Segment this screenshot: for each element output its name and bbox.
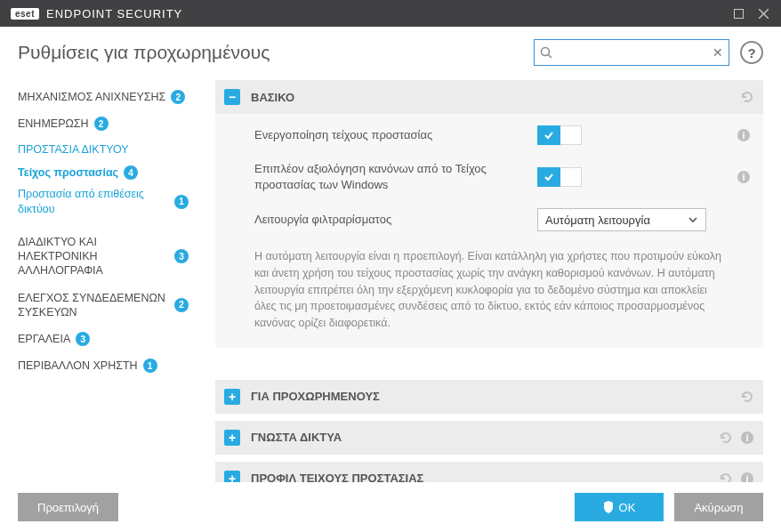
sidebar-badge: 3 <box>76 332 90 346</box>
sidebar-badge: 4 <box>124 165 138 180</box>
sidebar-badge: 3 <box>174 249 189 263</box>
row-label: Ενεργοποίηση τείχους προστασίας <box>254 127 527 143</box>
default-button[interactable]: Προεπιλογή <box>18 493 118 521</box>
panel-known-networks-head[interactable]: + ΓΝΩΣΤΑ ΔΙΚΤΥΑ i <box>215 421 763 455</box>
info-icon[interactable]: i <box>737 170 751 184</box>
help-button[interactable]: ? <box>740 41 763 64</box>
sidebar-item-ui[interactable]: ΠΕΡΙΒΑΛΛΟΝ ΧΡΗΣΤΗ 1 <box>18 352 212 379</box>
expand-icon[interactable]: + <box>224 389 240 405</box>
product-name: ENDPOINT SECURITY <box>46 7 182 20</box>
row-label: Λειτουργία φιλτραρίσματος <box>254 212 527 228</box>
expand-icon[interactable]: + <box>224 430 240 446</box>
panel-basic: − ΒΑΣΙΚΟ Ενεργοποίηση τείχους προστασίας <box>215 80 763 348</box>
sidebar-item-firewall[interactable]: Τείχος προστασίας 4 <box>18 162 212 183</box>
search-input[interactable] <box>558 46 707 60</box>
revert-icon[interactable] <box>740 90 754 104</box>
search-clear-icon[interactable]: ✕ <box>713 45 723 60</box>
content: − ΒΑΣΙΚΟ Ενεργοποίηση τείχους προστασίας <box>212 78 781 521</box>
panel-title: ΓΝΩΣΤΑ ΔΙΚΤΥΑ <box>251 431 708 444</box>
sidebar-badge: 2 <box>171 90 185 104</box>
sidebar-item-tools[interactable]: ΕΡΓΑΛΕΙΑ 3 <box>18 326 212 352</box>
row-label: Επιπλέον αξιολόγηση κανόνων από το Τείχο… <box>254 161 527 192</box>
sidebar-badge: 1 <box>143 359 157 373</box>
sidebar-item-label: ΠΕΡΙΒΑΛΛΟΝ ΧΡΗΣΤΗ <box>18 359 138 372</box>
sidebar-item-label: ΔΙΑΔΙΚΤΥΟ ΚΑΙ ΗΛΕΚΤΡΟΝΙΚΗ ΑΛΛΗΛΟΓΡΑΦΙΑ <box>18 235 169 278</box>
titlebar: eset ENDPOINT SECURITY <box>0 0 781 27</box>
filtering-mode-select[interactable]: Αυτόματη λειτουργία <box>537 208 706 231</box>
svg-text:i: i <box>742 172 745 182</box>
info-icon[interactable]: i <box>737 128 751 142</box>
sidebar-item-label: Προστασία από επιθέσεις δικτύου <box>18 187 169 216</box>
sidebar-item-label: ΕΛΕΓΧΟΣ ΣΥΝΔΕΔΕΜΕΝΩΝ ΣΥΣΚΕΥΩΝ <box>18 291 169 320</box>
svg-line-4 <box>549 55 552 59</box>
sidebar-badge: 2 <box>174 298 189 312</box>
panel-title: ΒΑΣΙΚΟ <box>251 91 729 104</box>
filtering-mode-description: Η αυτόματη λειτουργία είναι η προεπιλογή… <box>215 239 763 344</box>
sidebar-item-web-email[interactable]: ΔΙΑΔΙΚΤΥΟ ΚΑΙ ΗΛΕΚΤΡΟΝΙΚΗ ΑΛΛΗΛΟΓΡΑΦΙΑ 3 <box>18 229 212 285</box>
sidebar-item-label: ΠΡΟΣΤΑΣΙΑ ΔΙΚΤΥΟΥ <box>18 143 129 156</box>
collapse-icon[interactable]: − <box>224 89 240 105</box>
cancel-button[interactable]: Ακύρωση <box>674 493 763 521</box>
shield-icon <box>603 501 614 513</box>
window-close-icon[interactable] <box>751 0 776 27</box>
select-value: Αυτόματη λειτουργία <box>545 214 650 227</box>
revert-icon[interactable] <box>740 390 754 404</box>
page-title: Ρυθμίσεις για προχωρημένους <box>18 42 523 63</box>
footer: Προεπιλογή OK Ακύρωση <box>0 482 781 532</box>
svg-point-3 <box>542 48 550 56</box>
revert-icon[interactable] <box>719 431 733 445</box>
sidebar-item-update[interactable]: ΕΝΗΜΕΡΩΣΗ 2 <box>18 110 212 137</box>
search-box[interactable]: ✕ <box>534 39 729 66</box>
sidebar-item-label: ΜΗΧΑΝΙΣΜΟΣ ΑΝΙΧΝΕΥΣΗΣ <box>18 91 165 103</box>
sidebar-item-detection[interactable]: ΜΗΧΑΝΙΣΜΟΣ ΑΝΙΧΝΕΥΣΗΣ 2 <box>18 84 212 110</box>
check-icon <box>543 172 554 182</box>
svg-text:i: i <box>745 432 748 443</box>
ok-label: OK <box>619 501 636 514</box>
sidebar-item-label: Τείχος προστασίας <box>18 165 118 180</box>
brand-logo: eset <box>11 8 39 20</box>
row-enable-firewall: Ενεργοποίηση τείχους προστασίας i <box>215 117 763 153</box>
row-windows-firewall-rules: Επιπλέον αξιολόγηση κανόνων από το Τείχο… <box>215 153 763 200</box>
sidebar-badge: 1 <box>174 195 189 209</box>
window-maximize-icon[interactable] <box>726 0 751 27</box>
info-icon[interactable]: i <box>740 431 754 445</box>
svg-text:i: i <box>742 130 745 141</box>
panel-advanced-head[interactable]: + ΓΙΑ ΠΡΟΧΩΡΗΜΕΝΟΥΣ <box>215 380 763 414</box>
sidebar-item-label: ΕΡΓΑΛΕΙΑ <box>18 333 70 345</box>
panel-known-networks: + ΓΝΩΣΤΑ ΔΙΚΤΥΑ i <box>215 421 763 455</box>
sidebar-item-network-protection[interactable]: ΠΡΟΣΤΑΣΙΑ ΔΙΚΤΥΟΥ <box>18 137 212 162</box>
chevron-down-icon <box>688 214 698 225</box>
check-icon <box>543 130 554 141</box>
sidebar-item-network-attack[interactable]: Προστασία από επιθέσεις δικτύου 1 <box>18 183 212 220</box>
sidebar: ΜΗΧΑΝΙΣΜΟΣ ΑΝΙΧΝΕΥΣΗΣ 2 ΕΝΗΜΕΡΩΣΗ 2 ΠΡΟΣ… <box>0 78 212 521</box>
search-icon <box>540 46 552 59</box>
svg-rect-0 <box>734 9 743 18</box>
toggle-windows-firewall-rules[interactable] <box>537 167 582 187</box>
ok-button[interactable]: OK <box>575 493 664 521</box>
panel-title: ΓΙΑ ΠΡΟΧΩΡΗΜΕΝΟΥΣ <box>251 390 729 403</box>
panel-basic-body: Ενεργοποίηση τείχους προστασίας i Επιπλέ… <box>215 114 763 348</box>
sidebar-badge: 2 <box>94 117 109 131</box>
row-filtering-mode: Λειτουργία φιλτραρίσματος Αυτόματη λειτο… <box>215 200 763 239</box>
sidebar-item-device-control[interactable]: ΕΛΕΓΧΟΣ ΣΥΝΔΕΔΕΜΕΝΩΝ ΣΥΣΚΕΥΩΝ 2 <box>18 285 212 326</box>
toggle-enable-firewall[interactable] <box>537 125 582 145</box>
panel-basic-head[interactable]: − ΒΑΣΙΚΟ <box>215 80 763 114</box>
sidebar-item-label: ΕΝΗΜΕΡΩΣΗ <box>18 117 89 130</box>
header: Ρυθμίσεις για προχωρημένους ✕ ? <box>0 27 781 78</box>
panel-advanced: + ΓΙΑ ΠΡΟΧΩΡΗΜΕΝΟΥΣ <box>215 380 763 414</box>
